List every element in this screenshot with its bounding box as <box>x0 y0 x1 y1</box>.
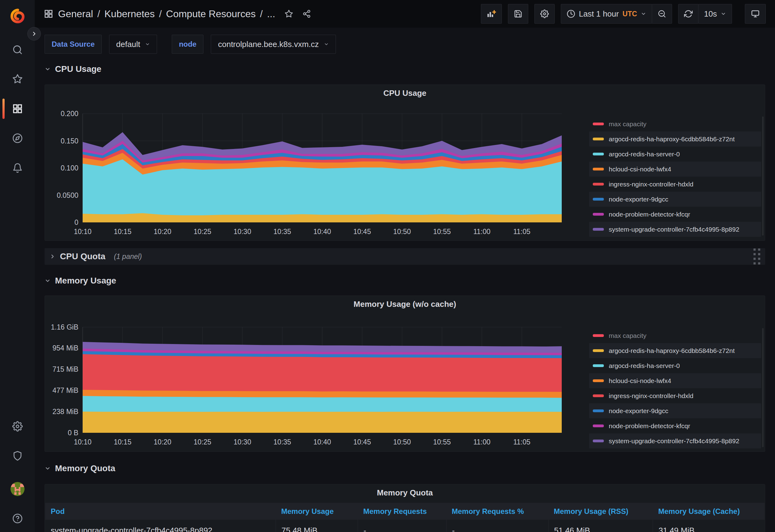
legend-label: ingress-nginx-controller-hdxld <box>609 392 693 400</box>
sidebar-item-dashboards[interactable] <box>0 98 35 119</box>
svg-text:10:50: 10:50 <box>394 438 411 446</box>
section-header-memory-usage[interactable]: Memory Usage <box>45 275 116 286</box>
legend-swatch <box>593 440 604 442</box>
section-header-cpu-usage[interactable]: CPU Usage <box>45 64 101 75</box>
legend-label: system-upgrade-controller-7cfb4c4995-8p8… <box>609 226 739 233</box>
legend-swatch <box>593 168 604 170</box>
legend-label: argocd-redis-ha-server-0 <box>609 151 680 158</box>
table-column-header[interactable]: Memory Requests <box>358 503 446 520</box>
svg-text:954 MiB: 954 MiB <box>53 344 78 352</box>
share-dashboard-button[interactable] <box>302 10 311 18</box>
breadcrumb-item[interactable]: ... <box>267 8 275 20</box>
sidebar <box>0 0 35 532</box>
svg-text:10:55: 10:55 <box>433 228 451 236</box>
legend-swatch <box>593 334 604 337</box>
svg-text:10:45: 10:45 <box>353 438 371 446</box>
refresh-dashboard-button[interactable] <box>678 4 699 24</box>
legend-item[interactable]: hcloud-csi-node-lwfx4 <box>589 162 761 177</box>
svg-text:715 MiB: 715 MiB <box>53 365 78 373</box>
svg-text:11:05: 11:05 <box>513 228 530 236</box>
save-dashboard-button[interactable] <box>508 4 528 24</box>
variable-label-node: node <box>172 35 203 54</box>
legend-item[interactable]: ingress-nginx-controller-hdxld <box>589 388 761 403</box>
table-cell: 31.49 MiB <box>653 520 765 532</box>
legend-item[interactable]: node-exporter-9dgcc <box>589 192 761 207</box>
expand-sidebar-button[interactable] <box>27 27 41 41</box>
legend-label: argocd-redis-ha-server-0 <box>609 362 680 370</box>
refresh-interval-label: 10s <box>704 9 717 19</box>
legend-item[interactable]: hcloud-csi-node-lwfx4 <box>589 373 761 388</box>
sidebar-item-configuration[interactable] <box>0 416 35 437</box>
cpu-usage-chart[interactable]: 00.05000.1000.1500.20010:1010:1510:2010:… <box>46 110 562 238</box>
bell-icon <box>12 163 23 173</box>
legend-item[interactable]: max capacity <box>589 328 761 343</box>
panel-title[interactable]: Memory Quota <box>45 488 765 498</box>
svg-text:10:25: 10:25 <box>194 438 211 446</box>
legend-item[interactable]: node-exporter-9dgcc <box>589 403 761 418</box>
panel-title[interactable]: Memory Usage (w/o cache) <box>45 299 765 309</box>
panel-title[interactable]: CPU Usage <box>45 88 765 98</box>
section-header-memory-quota[interactable]: Memory Quota <box>45 463 115 474</box>
sidebar-item-starred[interactable] <box>0 68 35 89</box>
legend-item[interactable]: argocd-redis-ha-server-0 <box>589 147 761 162</box>
table-row[interactable]: system-upgrade-controller-7cfb4c4995-8p8… <box>45 520 765 532</box>
legend-item[interactable]: argocd-redis-ha-server-0 <box>589 358 761 373</box>
row-drag-handle[interactable] <box>753 248 760 264</box>
legend-item[interactable]: system-upgrade-controller-7cfb4c4995-8p8… <box>589 222 761 237</box>
sidebar-item-alerting[interactable] <box>0 158 35 178</box>
sidebar-item-search[interactable] <box>0 39 35 60</box>
sidebar-item-server-admin[interactable] <box>0 445 35 466</box>
legend-swatch <box>593 138 604 140</box>
legend-item[interactable]: argocd-redis-ha-haproxy-6cdbb584b6-z72nt <box>589 131 761 147</box>
legend-label: argocd-redis-ha-haproxy-6cdbb584b6-z72nt <box>609 347 735 354</box>
svg-text:10:55: 10:55 <box>433 438 451 446</box>
chevron-down-icon <box>641 11 646 17</box>
table-column-header[interactable]: Pod <box>45 503 276 520</box>
grafana-logo[interactable] <box>0 8 35 24</box>
zoom-out-time-button[interactable] <box>652 4 672 24</box>
sidebar-item-explore[interactable] <box>0 128 35 149</box>
svg-text:10:10: 10:10 <box>74 438 92 446</box>
legend-item[interactable]: ingress-nginx-controller-hdxld <box>589 177 761 192</box>
legend-item[interactable]: argocd-redis-ha-haproxy-6cdbb584b6-z72nt <box>589 343 761 358</box>
section-title: CPU Quota <box>60 252 105 261</box>
breadcrumb-item[interactable]: Kubernetes <box>104 8 155 20</box>
help-circle-icon <box>12 513 23 524</box>
legend-item[interactable]: max capacity <box>589 116 761 131</box>
dashboard-settings-button[interactable] <box>534 4 555 24</box>
search-icon <box>12 45 23 55</box>
breadcrumb[interactable]: General/Kubernetes/Compute Resources/... <box>44 8 275 20</box>
table-column-header[interactable]: Memory Usage (RSS) <box>548 503 653 520</box>
legend-item[interactable]: node-problem-detector-kfcqr <box>589 207 761 222</box>
table-column-header[interactable]: Memory Requests % <box>446 503 548 520</box>
section-header-cpu-quota[interactable]: CPU Quota (1 panel) <box>45 248 765 265</box>
avatar-image <box>10 482 25 496</box>
variable-value-node[interactable]: controlplane.bee.k8s.vxm.cz <box>211 35 335 54</box>
memory-usage-chart[interactable]: 0 B238 MiB477 MiB715 MiB954 MiB1.16 GiB1… <box>46 323 562 448</box>
time-range-picker[interactable]: Last 1 hour UTC <box>561 4 652 24</box>
favorite-star-button[interactable] <box>284 10 293 18</box>
cycle-view-mode-button[interactable] <box>745 4 766 24</box>
svg-text:0.200: 0.200 <box>61 110 78 118</box>
legend-swatch <box>593 213 604 216</box>
refresh-interval-picker[interactable]: 10s <box>698 4 732 24</box>
sidebar-item-profile[interactable] <box>0 479 35 499</box>
table-column-header[interactable]: Memory Usage (Cache) <box>653 503 765 520</box>
legend-item[interactable]: node-problem-detector-kfcqr <box>589 418 761 433</box>
chevron-down-icon <box>45 66 51 72</box>
chevron-down-icon <box>324 42 329 47</box>
breadcrumb-item[interactable]: Compute Resources <box>166 8 256 20</box>
legend-item[interactable]: system-upgrade-controller-7cfb4c4995-8p8… <box>589 433 761 448</box>
variable-value-datasource[interactable]: default <box>109 35 157 54</box>
svg-text:0: 0 <box>74 218 78 226</box>
breadcrumb-item[interactable]: General <box>58 8 93 20</box>
chevron-down-icon <box>45 278 51 284</box>
table-column-header[interactable]: Memory Usage <box>276 503 358 520</box>
svg-text:0 B: 0 B <box>68 429 78 437</box>
sidebar-item-help[interactable] <box>0 508 35 529</box>
svg-text:10:30: 10:30 <box>233 438 251 446</box>
legend-swatch <box>593 349 604 352</box>
add-panel-button[interactable] <box>481 4 502 24</box>
topbar: General/Kubernetes/Compute Resources/... <box>35 0 775 28</box>
legend-label: system-upgrade-controller-7cfb4c4995-8p8… <box>609 437 739 445</box>
